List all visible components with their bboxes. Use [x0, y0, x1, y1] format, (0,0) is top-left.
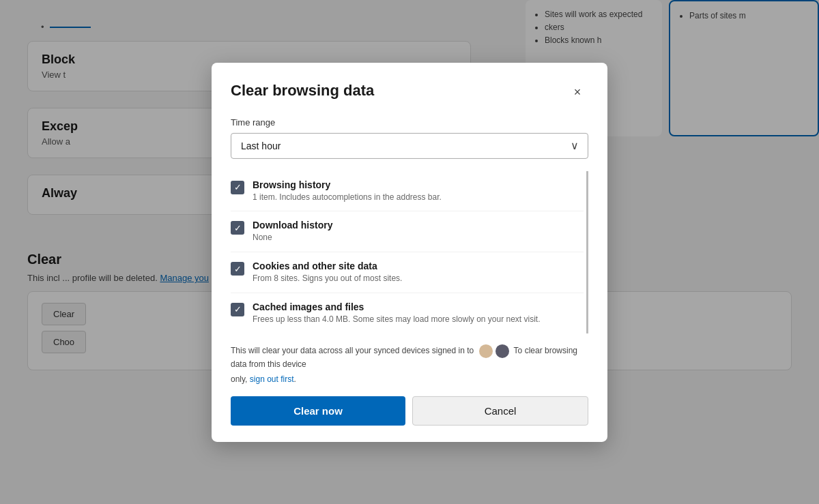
modal-header: Clear browsing data × [231, 81, 588, 103]
modal-actions: Clear now Cancel [231, 396, 588, 426]
cancel-button[interactable]: Cancel [412, 396, 588, 426]
check-icon: ✓ [234, 183, 242, 192]
cache-text: Cached images and files Frees up less th… [253, 301, 584, 325]
time-range-label: Time range [231, 117, 588, 127]
cache-item: ✓ Cached images and files Frees up less … [231, 293, 584, 333]
sync-avatars [479, 344, 509, 358]
check-icon: ✓ [234, 305, 242, 314]
cookies-label: Cookies and other site data [253, 261, 584, 271]
browsing-history-item: ✓ Browsing history 1 item. Includes auto… [231, 171, 584, 211]
check-icon: ✓ [234, 265, 242, 273]
avatar-1 [479, 344, 493, 358]
sign-out-link[interactable]: sign out first [250, 374, 294, 384]
browsing-history-label: Browsing history [253, 179, 584, 190]
download-history-label: Download history [253, 220, 584, 231]
check-icon: ✓ [234, 224, 242, 233]
download-history-text: Download history None [253, 220, 584, 243]
download-history-checkbox[interactable]: ✓ [231, 221, 244, 235]
time-range-select[interactable]: Last hour Last 24 hours Last 7 days Last… [231, 132, 588, 158]
cookies-checkbox[interactable]: ✓ [231, 262, 244, 276]
browsing-history-text: Browsing history 1 item. Includes autoco… [253, 179, 584, 203]
cookies-item: ✓ Cookies and other site data From 8 sit… [231, 252, 584, 293]
browsing-history-checkbox[interactable]: ✓ [231, 180, 244, 194]
sync-line1: This will clear your data across all you… [231, 344, 588, 370]
sync-notice: This will clear your data across all you… [231, 344, 588, 385]
download-history-desc: None [253, 232, 584, 243]
close-icon: × [574, 85, 581, 100]
modal-title: Clear browsing data [231, 81, 374, 99]
sync-line2: only, sign out first. [231, 373, 588, 385]
checkbox-list: ✓ Browsing history 1 item. Includes auto… [231, 171, 588, 333]
cancel-label: Cancel [485, 405, 517, 417]
cache-desc: Frees up less than 4.0 MB. Some sites ma… [253, 314, 584, 325]
close-button[interactable]: × [566, 81, 588, 103]
clear-browsing-data-modal: Clear browsing data × Time range Last ho… [212, 62, 607, 441]
cookies-desc: From 8 sites. Signs you out of most site… [253, 273, 584, 284]
cache-label: Cached images and files [253, 301, 584, 312]
cookies-text: Cookies and other site data From 8 sites… [253, 261, 584, 284]
clear-now-label: Clear now [293, 405, 343, 417]
avatar-2 [495, 344, 509, 358]
download-history-item: ✓ Download history None [231, 211, 584, 252]
clear-now-button[interactable]: Clear now [231, 396, 405, 426]
time-range-wrapper: Last hour Last 24 hours Last 7 days Last… [231, 132, 588, 158]
cache-checkbox[interactable]: ✓ [231, 303, 244, 316]
browsing-history-desc: 1 item. Includes autocompletions in the … [253, 191, 584, 203]
